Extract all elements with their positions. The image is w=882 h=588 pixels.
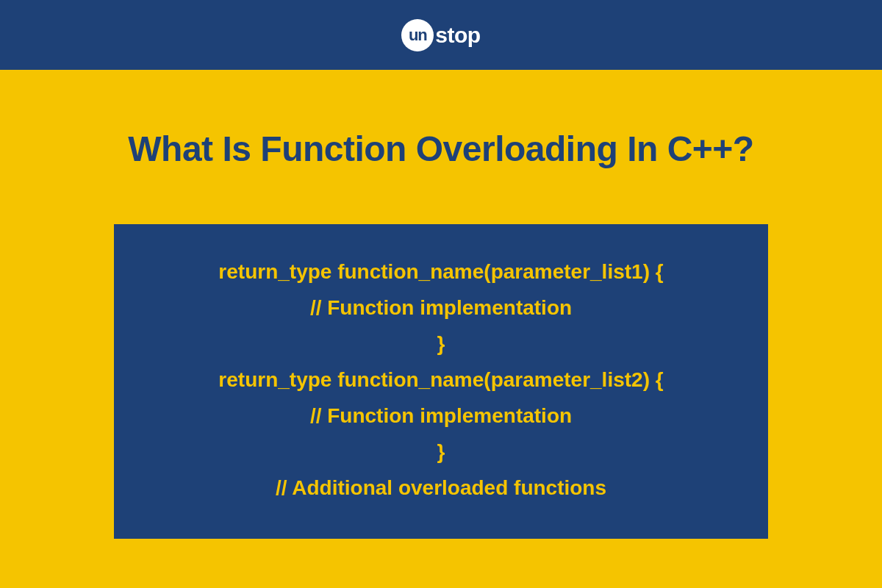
- code-line: }: [151, 434, 731, 470]
- logo-suffix-text: stop: [435, 23, 480, 48]
- header-bar: un stop: [0, 0, 882, 70]
- code-line: return_type function_name(parameter_list…: [151, 254, 731, 290]
- code-line: // Additional overloaded functions: [151, 470, 731, 506]
- page-title: What Is Function Overloading In C++?: [128, 129, 753, 169]
- code-line: return_type function_name(parameter_list…: [151, 362, 731, 398]
- content-area: What Is Function Overloading In C++? ret…: [0, 70, 882, 539]
- code-block: return_type function_name(parameter_list…: [114, 224, 768, 539]
- code-line: // Function implementation: [151, 398, 731, 434]
- logo-circle: un: [401, 19, 434, 51]
- code-line: }: [151, 326, 731, 362]
- logo: un stop: [401, 19, 480, 51]
- code-line: // Function implementation: [151, 290, 731, 326]
- logo-circle-text: un: [409, 26, 427, 45]
